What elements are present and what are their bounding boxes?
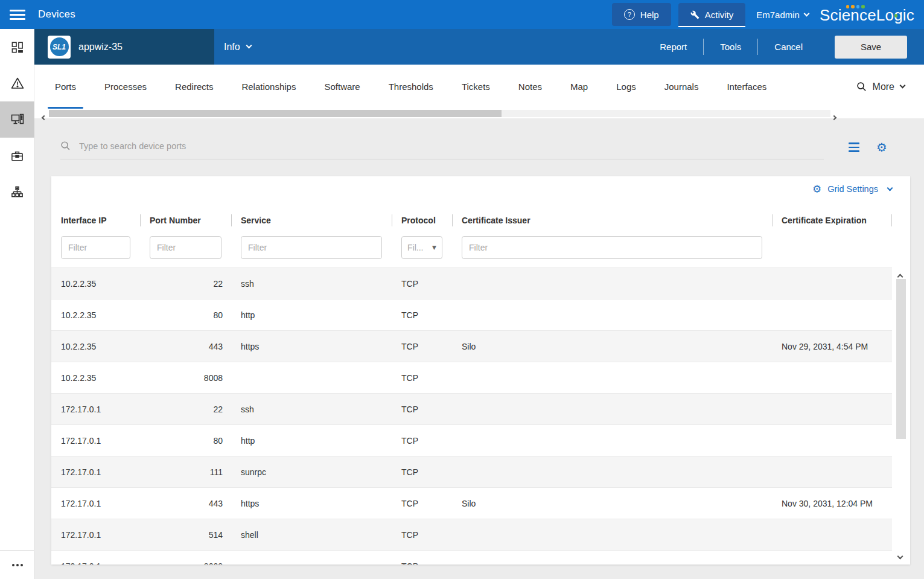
cancel-button[interactable]: Cancel — [758, 42, 819, 52]
table-row[interactable]: 172.17.0.1111sunrpcTCP — [51, 456, 892, 487]
help-label: Help — [640, 10, 659, 20]
tab-ports[interactable]: Ports — [48, 65, 83, 109]
cell-service: https — [231, 499, 392, 508]
table-row[interactable]: 10.2.2.35443httpsTCPSiloNov 29, 2031, 4:… — [51, 330, 892, 362]
cell-protocol: TCP — [392, 561, 452, 565]
tab-software[interactable]: Software — [317, 65, 367, 109]
cell-port: 111 — [140, 467, 231, 477]
chevron-down-icon — [900, 83, 906, 89]
table-row[interactable]: 10.2.2.3580httpTCP — [51, 299, 892, 330]
cell-port: 8008 — [140, 561, 231, 565]
sciencelogic-logo: ScienceLogic — [820, 4, 914, 25]
sidebar — [0, 29, 34, 579]
device-tab-bar: PortsProcessesRedirectsRelationshipsSoft… — [34, 65, 924, 109]
filter-input-port[interactable] — [150, 236, 221, 259]
cell-protocol: TCP — [392, 373, 452, 383]
column-header-ip[interactable]: Interface IP — [51, 208, 140, 232]
gear-icon: ⚙ — [812, 184, 821, 194]
cell-port: 8008 — [140, 373, 231, 383]
tab-redirects[interactable]: Redirects — [168, 65, 220, 109]
tab-thresholds[interactable]: Thresholds — [381, 65, 441, 109]
sidebar-item-events[interactable] — [0, 65, 34, 101]
cell-ip: 172.17.0.1 — [51, 405, 140, 414]
ellipsis-icon — [12, 564, 14, 566]
filter-input-issuer[interactable] — [462, 236, 762, 259]
column-header-service[interactable]: Service — [231, 208, 392, 232]
content-area: ⚙ ⚙ Grid Settings Interface IPPort Numbe… — [34, 118, 924, 579]
cell-port: 22 — [140, 405, 231, 414]
tab-journals[interactable]: Journals — [657, 65, 706, 109]
filter-cell-service — [231, 236, 392, 259]
filter-input-service[interactable] — [241, 236, 382, 259]
table-row[interactable]: 172.17.0.1443httpsTCPSiloNov 30, 2031, 1… — [51, 487, 892, 519]
column-header-protocol[interactable]: Protocol — [392, 208, 452, 232]
scroll-left-icon[interactable] — [42, 111, 46, 122]
help-button[interactable]: ? Help — [612, 3, 671, 26]
cell-protocol: TCP — [392, 467, 452, 477]
hamburger-menu-icon[interactable] — [0, 10, 34, 20]
column-header-expiration[interactable]: Certificate Expiration — [772, 208, 892, 232]
device-ports-search — [60, 133, 824, 159]
cell-ip: 172.17.0.1 — [51, 467, 140, 477]
sidebar-item-devices[interactable] — [0, 101, 34, 138]
tab-tickets[interactable]: Tickets — [454, 65, 497, 109]
chevron-down-icon — [803, 10, 809, 16]
table-row[interactable]: 172.17.0.180httpTCP — [51, 424, 892, 456]
cell-port: 22 — [140, 279, 231, 289]
column-header-port[interactable]: Port Number — [140, 208, 231, 232]
table-body: 10.2.2.3522sshTCP10.2.2.3580httpTCP10.2.… — [51, 267, 892, 565]
table-row[interactable]: 10.2.2.358008TCP — [51, 362, 892, 393]
info-label: Info — [224, 42, 240, 53]
save-button[interactable]: Save — [835, 36, 907, 59]
wrench-icon — [690, 10, 699, 19]
sidebar-more-button[interactable] — [0, 551, 34, 579]
table-row[interactable]: 172.17.0.1514shellTCP — [51, 519, 892, 550]
filter-cell-expiration — [772, 236, 892, 259]
user-menu[interactable]: Em7admin — [756, 10, 809, 20]
tab-more-menu[interactable]: More — [856, 82, 924, 92]
grid-settings-label: Grid Settings — [827, 184, 878, 194]
gear-icon[interactable]: ⚙ — [876, 141, 887, 153]
tab-map[interactable]: Map — [563, 65, 595, 109]
list-view-icon[interactable] — [849, 142, 859, 152]
scroll-down-icon[interactable] — [898, 550, 902, 561]
sidebar-item-business-services[interactable] — [0, 138, 34, 174]
cell-port: 80 — [140, 436, 231, 446]
device-name: appwiz-35 — [78, 42, 123, 53]
filter-select-protocol[interactable]: Fil...▼ — [401, 236, 442, 259]
grid-settings-button[interactable]: ⚙ Grid Settings — [51, 176, 910, 202]
table-scrollbar — [892, 267, 910, 565]
cell-expiration: Nov 30, 2031, 12:04 PM — [772, 499, 892, 508]
table-row[interactable]: 172.17.0.122sshTCP — [51, 393, 892, 424]
report-button[interactable]: Report — [643, 42, 703, 52]
device-chip: SL1 appwiz-35 — [34, 29, 214, 65]
filter-cell-ip — [51, 236, 140, 259]
filter-input-ip[interactable] — [61, 236, 130, 259]
table-row[interactable]: 172.17.0.18008TCP — [51, 550, 892, 565]
filter-cell-issuer — [452, 236, 772, 259]
sidebar-item-dashboards[interactable] — [0, 29, 34, 65]
activity-button[interactable]: Activity — [678, 3, 746, 26]
scrollbar-thumb[interactable] — [49, 110, 502, 117]
info-dropdown[interactable]: Info — [224, 42, 251, 53]
search-icon — [856, 82, 867, 92]
scroll-right-icon[interactable] — [832, 111, 836, 122]
tab-relationships[interactable]: Relationships — [234, 65, 303, 109]
search-input[interactable] — [79, 141, 824, 151]
tab-list: PortsProcessesRedirectsRelationshipsSoft… — [48, 65, 788, 109]
table-row[interactable]: 10.2.2.3522sshTCP — [51, 267, 892, 299]
table-filter-row: Fil...▼ — [51, 232, 892, 267]
tab-logs[interactable]: Logs — [609, 65, 643, 109]
cell-ip: 10.2.2.35 — [51, 279, 140, 289]
scrollbar-thumb[interactable] — [896, 279, 906, 439]
device-header: SL1 appwiz-35 Info Report Tools Cancel S… — [34, 29, 924, 65]
tools-button[interactable]: Tools — [704, 42, 757, 52]
devices-icon — [10, 112, 25, 127]
tab-notes[interactable]: Notes — [511, 65, 549, 109]
sidebar-item-maps[interactable] — [0, 174, 34, 210]
cell-port: 443 — [140, 342, 231, 351]
tab-interfaces[interactable]: Interfaces — [719, 65, 774, 109]
column-header-issuer[interactable]: Certificate Issuer — [452, 208, 772, 232]
tab-processes[interactable]: Processes — [97, 65, 154, 109]
chevron-down-icon — [246, 43, 252, 49]
